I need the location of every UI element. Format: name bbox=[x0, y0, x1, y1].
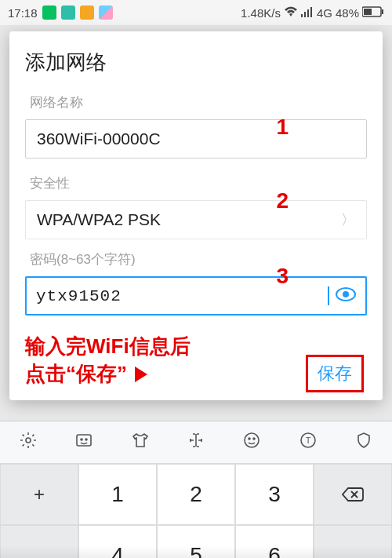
soft-keyboard: T + 1 2 3 4 5 6 bbox=[0, 421, 392, 558]
wifi-icon bbox=[284, 6, 298, 20]
keyboard-row-2: 4 5 6 bbox=[0, 525, 392, 558]
annotation-instructions: 输入完WiFi信息后 点击“保存” bbox=[25, 333, 191, 388]
emoji-keyboard-icon[interactable] bbox=[74, 431, 93, 454]
network-name-input[interactable] bbox=[25, 119, 367, 159]
security-label: 安全性 bbox=[30, 174, 362, 192]
notif-icon-app2 bbox=[61, 5, 75, 20]
svg-point-8 bbox=[343, 291, 349, 297]
annotation-3: 3 bbox=[276, 264, 289, 289]
key-1[interactable]: 1 bbox=[78, 464, 157, 525]
status-left: 17:18 bbox=[8, 5, 113, 20]
key-minus[interactable] bbox=[0, 525, 78, 558]
svg-point-9 bbox=[26, 438, 31, 443]
key-4[interactable]: 4 bbox=[78, 525, 157, 558]
svg-point-15 bbox=[253, 438, 255, 439]
key-2[interactable]: 2 bbox=[157, 464, 235, 525]
svg-rect-0 bbox=[301, 14, 303, 17]
svg-rect-6 bbox=[382, 9, 383, 14]
cursor-icon[interactable] bbox=[187, 431, 205, 454]
keyboard-toolbar: T bbox=[0, 421, 392, 464]
annotation-line2-row: 点击“保存” bbox=[25, 360, 191, 388]
key-blank[interactable] bbox=[314, 525, 392, 558]
key-3[interactable]: 3 bbox=[235, 464, 314, 525]
triangle-right-icon bbox=[135, 367, 147, 382]
svg-rect-5 bbox=[364, 9, 372, 15]
svg-rect-3 bbox=[310, 7, 312, 17]
annotation-line2: 点击“保存” bbox=[25, 360, 127, 388]
notif-icon-app3 bbox=[80, 5, 94, 20]
password-input[interactable] bbox=[36, 287, 321, 305]
signal-icon bbox=[301, 6, 314, 20]
keyboard-row-1: + 1 2 3 bbox=[0, 464, 392, 525]
net-type: 4G bbox=[317, 6, 332, 20]
text-mode-icon[interactable]: T bbox=[299, 431, 318, 454]
add-network-dialog: 添加网络 网络名称 安全性 WPA/WPA2 PSK 〉 密码(8~63个字符)… bbox=[9, 31, 383, 400]
password-label: 密码(8~63个字符) bbox=[30, 250, 362, 268]
notif-icon-wechat bbox=[42, 5, 56, 20]
password-field-wrap[interactable] bbox=[25, 276, 367, 315]
battery-icon bbox=[362, 6, 384, 20]
annotation-2: 2 bbox=[276, 188, 289, 213]
key-plus[interactable]: + bbox=[0, 464, 78, 525]
dialog-title: 添加网络 bbox=[25, 49, 367, 76]
shield-icon[interactable] bbox=[354, 431, 373, 454]
battery-pct: 48% bbox=[336, 6, 359, 20]
svg-rect-1 bbox=[304, 12, 306, 17]
text-caret bbox=[328, 286, 329, 305]
svg-point-13 bbox=[245, 433, 259, 447]
smile-icon[interactable] bbox=[242, 431, 261, 454]
annotation-line1: 输入完WiFi信息后 bbox=[25, 333, 191, 360]
notif-icon-app4 bbox=[99, 5, 113, 20]
eye-icon[interactable] bbox=[336, 286, 356, 306]
svg-rect-2 bbox=[307, 9, 309, 17]
gear-icon[interactable] bbox=[19, 431, 38, 454]
key-6[interactable]: 6 bbox=[235, 525, 314, 558]
save-button[interactable]: 保存 bbox=[306, 355, 364, 392]
status-bar: 17:18 1.48K/s 4G 48% bbox=[0, 0, 392, 25]
svg-text:T: T bbox=[305, 436, 310, 445]
security-select[interactable]: WPA/WPA2 PSK 〉 bbox=[25, 200, 367, 239]
chevron-down-icon: 〉 bbox=[341, 210, 355, 229]
security-value: WPA/WPA2 PSK bbox=[37, 210, 161, 229]
svg-point-12 bbox=[85, 439, 87, 440]
status-right: 1.48K/s 4G 48% bbox=[241, 6, 384, 20]
shirt-icon[interactable] bbox=[131, 431, 150, 454]
key-backspace[interactable] bbox=[314, 464, 392, 525]
key-5[interactable]: 5 bbox=[157, 525, 235, 558]
svg-point-14 bbox=[249, 438, 250, 439]
svg-point-11 bbox=[81, 439, 82, 440]
net-speed: 1.48K/s bbox=[241, 6, 281, 20]
annotation-1: 1 bbox=[276, 115, 289, 140]
clock: 17:18 bbox=[8, 6, 38, 20]
network-name-label: 网络名称 bbox=[30, 93, 362, 111]
